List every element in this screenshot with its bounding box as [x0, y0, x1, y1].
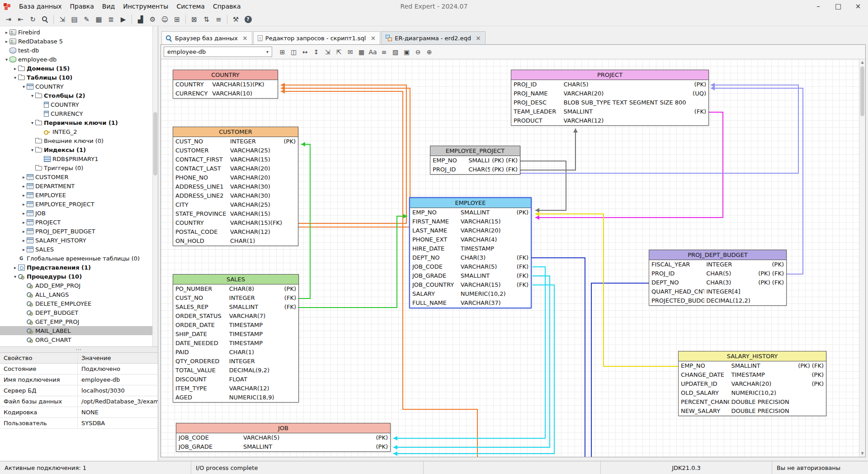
sidebar-splitter[interactable]: ⋯ [0, 346, 158, 353]
tree-expand-arrow[interactable]: ▾ [29, 93, 35, 98]
tree-item[interactable]: ▸JOB [0, 209, 158, 218]
tree-expand-arrow[interactable]: ▾ [29, 120, 35, 125]
tree-expand-arrow[interactable]: ▸ [21, 193, 27, 198]
import-data-icon[interactable]: ⇅ [201, 14, 212, 25]
import-script-icon[interactable]: ⇲ [57, 14, 68, 25]
tab-close-icon[interactable]: × [370, 34, 376, 42]
open-script-icon[interactable]: ▤ [69, 14, 80, 25]
menu-item[interactable]: База данных [15, 0, 66, 13]
fill-color-icon[interactable]: ▧ [390, 46, 401, 57]
table-generator-icon[interactable]: ▦ [93, 14, 104, 25]
tree-item[interactable]: ▾Столбцы (2) [0, 91, 158, 100]
menu-item[interactable]: Правка [66, 0, 98, 13]
tree-item[interactable]: Внешние ключи (0) [0, 136, 158, 145]
erd-table-sales[interactable]: SALESPO_NUMBERCHAR(8)(PK)CUST_NOINTEGER(… [173, 274, 299, 403]
help-icon[interactable]: ? [242, 14, 254, 25]
tree-expand-arrow[interactable]: ▸ [12, 66, 18, 71]
tab-query-editor[interactable]: Редактор запросов - скрипт1.sql× [253, 31, 380, 44]
tree-item[interactable]: MAIL_LABEL [0, 326, 158, 335]
tree-expand-arrow[interactable]: ▾ [4, 57, 9, 62]
tab-er-diagram[interactable]: ER-диаграмма - erd2.eqd× [381, 31, 485, 44]
users-icon[interactable]: ☺ [159, 14, 170, 25]
comment-icon[interactable]: ✉ [344, 46, 356, 57]
search-icon[interactable] [39, 14, 51, 25]
menu-item[interactable]: Система [172, 0, 208, 13]
tab-close-icon[interactable]: × [476, 34, 481, 42]
font-icon[interactable]: Aa [367, 46, 378, 57]
save-image-icon[interactable]: ▣ [401, 46, 412, 57]
tree-expand-arrow[interactable]: ▾ [12, 274, 18, 279]
close-button[interactable]: × [848, 0, 868, 13]
tree-scrollbar-thumb[interactable] [153, 112, 157, 175]
tree-expand-arrow[interactable]: ▸ [12, 265, 18, 270]
tree-item[interactable]: ▸Домены (15) [0, 64, 158, 73]
tree-item[interactable]: DEPT_BUDGET [0, 308, 158, 317]
tree-item[interactable]: GET_EMP_PROJ [0, 317, 158, 326]
tree-item[interactable]: ▸SALARY_HISTORY [0, 236, 158, 245]
erd-table-job[interactable]: JOBJOB_CODEVARCHAR(5)(PK)JOB_GRADESMALLI… [176, 423, 391, 452]
tree-expand-arrow[interactable]: ▾ [29, 147, 35, 152]
tree-item[interactable]: DELETE_EMPLOYEE [0, 299, 158, 308]
scroll-down-icon[interactable]: ▼ [859, 450, 865, 457]
tree-expand-arrow[interactable]: ▸ [21, 202, 27, 207]
maximize-button[interactable]: □ [828, 0, 848, 13]
chart-icon[interactable]: ▟ [135, 14, 146, 25]
menu-item[interactable]: Инструменты [119, 0, 172, 13]
wrench-icon[interactable]: ⚒ [230, 14, 241, 25]
export-data-icon[interactable]: ⊠ [189, 14, 200, 25]
tree-item[interactable]: ▸EMPLOYEE [0, 190, 158, 199]
tree-item[interactable]: ▾Таблицы (10) [0, 73, 158, 82]
add-table-icon[interactable]: ⊞ [277, 46, 288, 57]
erd-canvas[interactable]: ▲ ▼ COUNTRYCOUNTRYVARCHAR(15)(PK)CURRENC… [161, 59, 865, 457]
tree-item[interactable]: ▸PROJ_DEPT_BUDGET [0, 227, 158, 236]
erd-icon[interactable]: ⊞ [171, 14, 183, 25]
tree-item[interactable]: ADD_EMP_PROJ [0, 281, 158, 290]
tree-item[interactable]: ▸DEPARTMENT [0, 181, 158, 190]
settings-icon[interactable]: ⚙ [147, 14, 158, 25]
tree-item[interactable]: test-db [0, 46, 158, 55]
erd-table-customer[interactable]: CUSTOMERCUST_NOINTEGER(PK)CUSTOMERVARCHA… [173, 127, 298, 246]
tab-close-icon[interactable]: × [242, 34, 248, 42]
sql-editor-icon[interactable]: ≣ [105, 14, 117, 25]
erd-table-salary_history[interactable]: SALARY_HISTORYEMP_NOSMALLINT(PK) (FK)CHA… [678, 351, 826, 416]
tree-item[interactable]: COUNTRY [0, 100, 158, 109]
tree-item[interactable]: ▾Первичные ключи (1) [0, 118, 158, 127]
grid-icon[interactable]: ▦ [356, 46, 367, 57]
connection-select[interactable]: employee-db ▾ [164, 47, 272, 57]
tree-expand-arrow[interactable]: ▸ [21, 175, 27, 180]
tree-item[interactable]: INTEG_2 [0, 127, 158, 136]
minimize-button[interactable]: – [808, 0, 828, 13]
tree-item[interactable]: ▾Процедуры (10) [0, 272, 158, 281]
tree-item[interactable]: ORG_CHART [0, 335, 158, 344]
tree-item[interactable]: Глобальные временные таблицы (0) [0, 254, 158, 263]
tree-scrollbar[interactable] [152, 26, 158, 346]
tree-expand-arrow[interactable]: ▸ [21, 184, 27, 189]
tree-item[interactable]: ▸PROJECT [0, 218, 158, 227]
tree-expand-arrow[interactable]: ▾ [12, 75, 18, 80]
tree-expand-arrow[interactable]: ▸ [4, 39, 9, 44]
scroll-up-icon[interactable]: ▲ [859, 59, 865, 66]
refresh-icon[interactable]: ↻ [27, 14, 38, 25]
tree-expand-arrow[interactable]: ▸ [4, 30, 9, 35]
tree-item[interactable]: Триггеры (0) [0, 163, 158, 172]
tree-expand-arrow[interactable]: ▸ [21, 211, 27, 216]
tree-expand-arrow[interactable]: ▸ [21, 229, 27, 234]
fit-width-icon[interactable]: ↔ [299, 46, 311, 57]
metadata-icon[interactable]: ≡ [213, 14, 224, 25]
tab-database-browser[interactable]: Браузер баз данных× [161, 31, 252, 44]
add-relationship-icon[interactable]: ◫ [288, 46, 299, 57]
tree-item[interactable]: ▾Индексы (1) [0, 145, 158, 154]
disconnect-icon[interactable]: ⇤ [15, 14, 26, 25]
line-style-icon[interactable]: ≡ [378, 46, 390, 57]
tree-item[interactable]: ▸RedDatabase 5 [0, 37, 158, 46]
execute-script-icon[interactable]: ▶ [118, 14, 129, 25]
tree-item[interactable]: ALL_LANGS [0, 290, 158, 299]
menu-item[interactable]: Справка [209, 0, 245, 13]
zoom-out-icon[interactable]: ⊖ [412, 46, 424, 57]
menu-item[interactable]: Вид [98, 0, 119, 13]
erd-table-employee_project[interactable]: EMPLOYEE_PROJECTEMP_NOSMALLINT(PK) (FK)P… [430, 146, 520, 175]
tree-item[interactable]: ▸Firebird [0, 28, 158, 37]
tree-expand-arrow[interactable]: ▾ [21, 84, 27, 89]
erd-table-country[interactable]: COUNTRYCOUNTRYVARCHAR(15)(PK)CURRENCYVAR… [173, 70, 278, 99]
erd-table-employee[interactable]: EMPLOYEEEMP_NOSMALLINT(PK)FIRST_NAMEVARC… [409, 197, 532, 308]
